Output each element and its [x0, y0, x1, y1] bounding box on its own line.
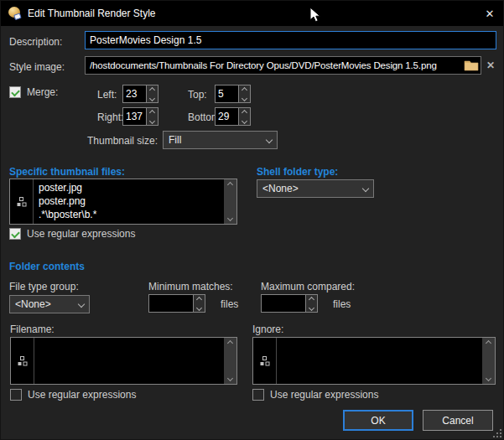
ignore-label: Ignore:: [252, 324, 283, 335]
ignore-use-regex-label: Use regular expressions: [270, 389, 378, 401]
merge-label: Merge:: [27, 86, 58, 98]
spin-down-icon[interactable]: [239, 94, 250, 102]
spin-up-icon[interactable]: [194, 295, 205, 303]
spin-down-icon[interactable]: [194, 303, 205, 312]
filename-use-regex-label: Use regular expressions: [28, 389, 136, 401]
ignore-regex-row: Use regular expressions: [252, 389, 378, 401]
shell-folder-type-dropdown[interactable]: <None>: [257, 179, 374, 198]
left-input[interactable]: [123, 85, 146, 102]
minimum-matches-spinner: [148, 294, 205, 313]
pattern-icon: [253, 338, 277, 384]
right-label: Right:: [97, 111, 123, 123]
spin-down-icon[interactable]: [147, 116, 158, 125]
list-item[interactable]: poster.jpg: [39, 181, 224, 194]
filename-listbox[interactable]: [10, 337, 237, 385]
spin-up-icon[interactable]: [147, 85, 158, 94]
list-item[interactable]: poster.png: [39, 194, 224, 208]
specific-regex-row: Use regular expressions: [9, 228, 135, 240]
chevron-down-icon: [362, 185, 369, 192]
scroll-down-icon[interactable]: [227, 375, 233, 381]
ignore-listbox[interactable]: [252, 337, 496, 385]
merge-checkbox-row: Merge:: [9, 86, 58, 98]
chevron-down-icon: [78, 301, 85, 308]
scrollbar[interactable]: [224, 179, 236, 224]
spin-down-icon[interactable]: [147, 94, 158, 102]
right-spinner: [122, 107, 158, 126]
description-input[interactable]: [85, 31, 496, 49]
min-files-suffix: files: [221, 298, 238, 310]
top-input[interactable]: [216, 85, 238, 102]
cancel-button[interactable]: Cancel: [423, 410, 493, 431]
edit-thumbnail-render-style-dialog: Edit Thumbnail Render Style ✕ Descriptio…: [0, 0, 504, 440]
top-spinner: [215, 85, 251, 103]
top-label: Top:: [188, 89, 207, 101]
scrollbar[interactable]: [482, 338, 495, 384]
right-input[interactable]: [123, 108, 146, 125]
specific-files-header: Specific thumbnail files:: [9, 166, 125, 178]
titlebar[interactable]: Edit Thumbnail Render Style ✕: [1, 1, 504, 26]
filename-use-regex-checkbox[interactable]: [10, 389, 22, 401]
file-type-group-value: <None>: [15, 298, 79, 310]
filename-label: Filename:: [10, 324, 55, 335]
list-item[interactable]: .*\bposter\b.*: [39, 208, 224, 221]
window-title: Edit Thumbnail Render Style: [28, 1, 156, 26]
ok-button[interactable]: OK: [343, 410, 413, 431]
filename-regex-row: Use regular expressions: [10, 389, 136, 401]
style-image-field[interactable]: [85, 56, 481, 75]
spin-up-icon[interactable]: [239, 108, 250, 116]
clear-field-icon[interactable]: ✕: [485, 59, 496, 72]
thumbnail-size-value: Fill: [169, 134, 267, 146]
maximum-compared-input[interactable]: [262, 295, 305, 312]
resize-grip[interactable]: [493, 429, 501, 437]
max-files-suffix: files: [333, 298, 351, 310]
spin-down-icon[interactable]: [239, 116, 250, 125]
thumbnail-size-dropdown[interactable]: Fill: [163, 131, 278, 149]
shell-folder-type-value: <None>: [262, 183, 363, 194]
minimum-matches-input[interactable]: [149, 295, 193, 312]
spin-up-icon[interactable]: [239, 85, 250, 94]
folder-contents-header: Folder contents: [9, 261, 85, 272]
bottom-spinner: [215, 107, 251, 126]
spin-up-icon[interactable]: [306, 295, 317, 303]
mouse-cursor: [309, 7, 321, 27]
filename-items: [34, 338, 224, 384]
specific-files-listbox[interactable]: poster.jpg poster.png .*\bposter\b.*: [9, 179, 237, 225]
shell-folder-type-header: Shell folder type:: [257, 166, 338, 178]
scroll-down-icon[interactable]: [486, 375, 491, 381]
chevron-down-icon: [266, 137, 273, 143]
minimum-matches-label: Minimum matches:: [148, 281, 233, 292]
maximum-compared-label: Maximum compared:: [261, 281, 355, 292]
left-spinner: [122, 85, 158, 103]
bottom-input[interactable]: [216, 108, 238, 125]
specific-use-regex-checkbox[interactable]: [9, 228, 21, 240]
close-icon[interactable]: ✕: [475, 1, 504, 26]
style-image-input[interactable]: [90, 60, 464, 70]
app-icon: [8, 6, 23, 21]
ignore-use-regex-checkbox[interactable]: [252, 389, 264, 401]
spin-up-icon[interactable]: [147, 108, 158, 116]
file-type-group-dropdown[interactable]: <None>: [9, 295, 90, 313]
merge-checkbox[interactable]: [9, 86, 21, 98]
description-label: Description:: [9, 36, 62, 48]
scroll-down-icon[interactable]: [227, 215, 233, 221]
thumbnail-size-label: Thumbnail size:: [87, 135, 158, 147]
scroll-up-icon[interactable]: [227, 182, 233, 188]
pattern-icon: [11, 338, 34, 384]
scroll-up-icon[interactable]: [227, 340, 233, 346]
folder-icon[interactable]: [464, 60, 479, 71]
left-label: Left:: [97, 89, 117, 101]
maximum-compared-spinner: [261, 294, 318, 313]
spin-down-icon[interactable]: [306, 303, 317, 312]
specific-use-regex-label: Use regular expressions: [27, 228, 135, 240]
file-type-group-label: File type group:: [9, 281, 79, 292]
style-image-label: Style image:: [9, 61, 65, 73]
scrollbar[interactable]: [224, 338, 236, 384]
scroll-up-icon[interactable]: [486, 340, 491, 346]
ignore-items: [277, 338, 482, 384]
pattern-icon: [10, 179, 34, 224]
